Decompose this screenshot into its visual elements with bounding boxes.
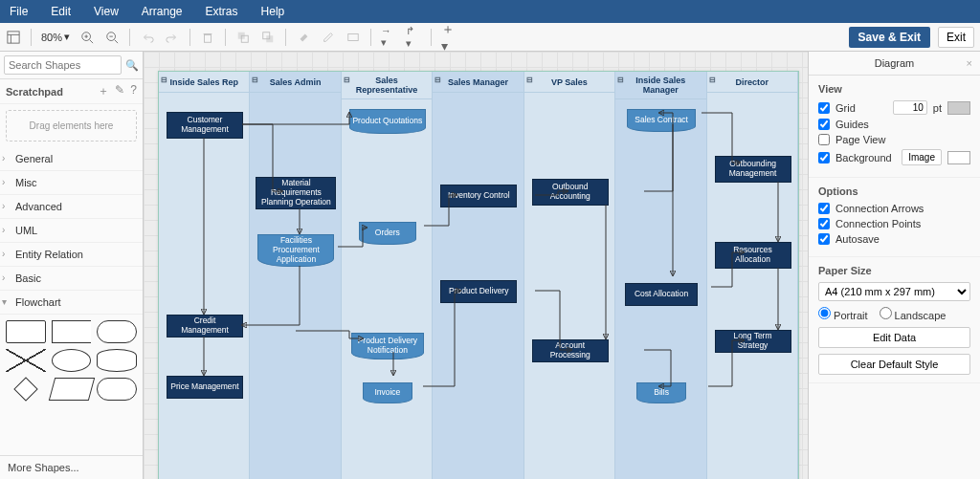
- conn-points-checkbox[interactable]: [818, 218, 830, 229]
- lane-header[interactable]: ⊟Sales Admin: [250, 72, 340, 93]
- zoom-in-icon[interactable]: [79, 30, 95, 45]
- shape-capsule[interactable]: [97, 378, 137, 401]
- shape-diamond[interactable]: [13, 377, 37, 401]
- lane-body[interactable]: Product QuotationsOrdersProduct Delivery…: [342, 99, 432, 479]
- diagram-node[interactable]: Product Delivery: [440, 280, 517, 303]
- to-front-icon[interactable]: [235, 30, 251, 45]
- diagram-node[interactable]: Facilities Procurement Application: [257, 234, 334, 267]
- diagram-node[interactable]: Orders: [359, 222, 416, 245]
- diagram-node[interactable]: Product Quotations: [349, 109, 426, 134]
- shape-bracket[interactable]: [52, 320, 92, 343]
- zoom-level[interactable]: 80% ▾: [41, 31, 70, 43]
- lane-body[interactable]: Sales ContractCost AllocationBills: [615, 99, 705, 479]
- lane-collapse-icon[interactable]: ⊟: [161, 76, 167, 84]
- lane-collapse-icon[interactable]: ⊟: [344, 76, 350, 84]
- lane-body[interactable]: Material Requirements Planning Operation…: [250, 93, 340, 479]
- lane-header[interactable]: ⊟Sales Representative: [342, 72, 432, 99]
- diagram-node[interactable]: Outbound Accounting: [532, 179, 609, 206]
- exit-button[interactable]: Exit: [938, 27, 974, 48]
- waypoint-icon[interactable]: ↱ ▾: [406, 30, 421, 45]
- menu-arrange[interactable]: Arrange: [142, 5, 183, 18]
- paper-size-select[interactable]: A4 (210 mm x 297 mm): [818, 282, 970, 301]
- swimlane[interactable]: ⊟Sales ManagerInventory ControlProduct D…: [433, 72, 523, 479]
- menu-view[interactable]: View: [94, 5, 119, 18]
- grid-checkbox[interactable]: [818, 102, 830, 114]
- lane-body[interactable]: Customer ManagementCredit ManagementPric…: [159, 93, 249, 479]
- diagram-node[interactable]: Account Processing: [532, 339, 609, 362]
- shape-rect[interactable]: [6, 320, 46, 343]
- swimlane-container[interactable]: ⊟Inside Sales RepCustomer ManagementCred…: [158, 71, 799, 479]
- conn-arrows-checkbox[interactable]: [818, 203, 830, 214]
- diagram-node[interactable]: Outbounding Management: [715, 156, 791, 183]
- lane-collapse-icon[interactable]: ⊟: [526, 76, 533, 84]
- swimlane[interactable]: ⊟VP SalesOutbound AccountingAccount Proc…: [524, 72, 615, 479]
- bg-image-button[interactable]: Image: [902, 149, 942, 165]
- diagram-node[interactable]: Credit Management: [167, 315, 243, 337]
- lane-body[interactable]: Inventory ControlProduct Delivery: [433, 93, 523, 479]
- diagram-node[interactable]: Resources Allocation: [715, 242, 791, 269]
- delete-icon[interactable]: [200, 30, 215, 45]
- lane-collapse-icon[interactable]: ⊟: [434, 76, 441, 84]
- lane-header[interactable]: ⊟Inside Sales Rep: [159, 72, 249, 93]
- search-icon[interactable]: 🔍: [125, 59, 139, 72]
- pencil-icon[interactable]: [321, 30, 336, 45]
- menu-extras[interactable]: Extras: [206, 5, 238, 18]
- panel-close-icon[interactable]: ×: [967, 57, 972, 69]
- lane-body[interactable]: Outbound AccountingAccount Processing: [524, 93, 614, 479]
- grid-color-swatch[interactable]: [947, 101, 970, 115]
- landscape-radio[interactable]: Landscape: [880, 307, 947, 321]
- swimlane[interactable]: ⊟Inside Sales ManagerSales ContractCost …: [615, 72, 706, 479]
- swimlane[interactable]: ⊟DirectorOutbounding ManagementResources…: [707, 72, 798, 479]
- redo-icon[interactable]: [165, 30, 180, 45]
- swimlane[interactable]: ⊟Sales RepresentativeProduct QuotationsO…: [342, 72, 433, 479]
- shape-hourglass[interactable]: [6, 349, 46, 372]
- lane-collapse-icon[interactable]: ⊟: [252, 76, 258, 84]
- arrow-type-icon[interactable]: → ▾: [381, 30, 396, 45]
- diagram-node[interactable]: Material Requirements Planning Operation: [256, 177, 336, 209]
- diagram-node[interactable]: Customer Management: [167, 112, 243, 139]
- lane-header[interactable]: ⊟Inside Sales Manager: [615, 72, 705, 99]
- diagram-node[interactable]: Price Management: [167, 376, 243, 399]
- shape-parallelogram[interactable]: [48, 378, 94, 401]
- scratchpad-add-icon[interactable]: ＋: [98, 83, 109, 99]
- lane-header[interactable]: ⊟Director: [707, 72, 797, 93]
- scratchpad-help-icon[interactable]: ?: [130, 83, 137, 99]
- canvas[interactable]: ⊟Inside Sales RepCustomer ManagementCred…: [144, 52, 808, 479]
- lane-header[interactable]: ⊟VP Sales: [524, 72, 614, 93]
- zoom-out-icon[interactable]: [104, 30, 120, 45]
- shape-cylinder[interactable]: [97, 349, 137, 372]
- scratchpad-edit-icon[interactable]: ✎: [115, 83, 124, 99]
- menu-edit[interactable]: Edit: [51, 5, 71, 18]
- diagram-node[interactable]: Sales Contract: [627, 109, 696, 132]
- shape-round[interactable]: [97, 320, 137, 343]
- cat-basic[interactable]: Basic: [0, 267, 143, 291]
- diagram-node[interactable]: Long Term Strategy: [715, 330, 791, 353]
- edit-data-button[interactable]: Edit Data: [818, 327, 970, 348]
- diagram-node[interactable]: Invoice: [363, 382, 412, 403]
- undo-icon[interactable]: [140, 30, 155, 45]
- lane-header[interactable]: ⊟Sales Manager: [433, 72, 523, 93]
- more-shapes-button[interactable]: More Shapes...: [0, 455, 143, 479]
- to-back-icon[interactable]: [260, 30, 276, 45]
- lane-collapse-icon[interactable]: ⊟: [617, 76, 624, 84]
- pageview-checkbox[interactable]: [818, 134, 830, 145]
- add-icon[interactable]: ＋ ▾: [441, 30, 457, 45]
- cat-advanced[interactable]: Advanced: [0, 195, 143, 219]
- cat-entity[interactable]: Entity Relation: [0, 243, 143, 267]
- shape-ellipse[interactable]: [52, 349, 92, 372]
- lane-body[interactable]: Outbounding ManagementResources Allocati…: [707, 93, 797, 479]
- fill-icon[interactable]: [296, 30, 311, 45]
- swimlane[interactable]: ⊟Sales AdminMaterial Requirements Planni…: [250, 72, 341, 479]
- layout-icon[interactable]: [6, 30, 21, 45]
- grid-size-input[interactable]: [893, 100, 927, 115]
- diagram-node[interactable]: Bills: [636, 382, 686, 403]
- lane-collapse-icon[interactable]: ⊟: [709, 76, 716, 84]
- autosave-checkbox[interactable]: [818, 233, 830, 245]
- save-exit-button[interactable]: Save & Exit: [849, 27, 930, 48]
- diagram-node[interactable]: Inventory Control: [440, 185, 517, 207]
- clear-style-button[interactable]: Clear Default Style: [818, 354, 970, 375]
- diagram-node[interactable]: Cost Allocation: [625, 283, 698, 306]
- diagram-node[interactable]: Product Delivery Notification: [351, 333, 424, 359]
- bg-checkbox[interactable]: [818, 152, 830, 163]
- bg-color-swatch[interactable]: [947, 151, 970, 164]
